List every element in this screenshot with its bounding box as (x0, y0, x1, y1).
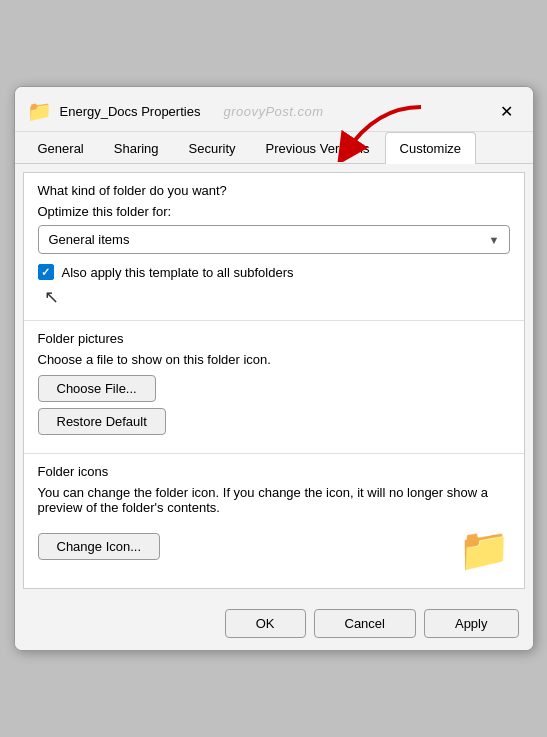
window-title: Energy_Docs Properties (60, 104, 201, 119)
tab-security[interactable]: Security (174, 132, 251, 164)
cancel-button[interactable]: Cancel (314, 609, 416, 638)
optimize-dropdown[interactable]: General items Documents Music Pictures V… (38, 225, 510, 254)
folder-pictures-section: Folder pictures Choose a file to show on… (24, 321, 524, 454)
tab-sharing[interactable]: Sharing (99, 132, 174, 164)
subfolder-checkbox-label: Also apply this template to all subfolde… (62, 265, 294, 280)
optimize-section: What kind of folder do you want? Optimiz… (24, 173, 524, 321)
watermark: groovyPost.com (223, 104, 323, 119)
main-content: What kind of folder do you want? Optimiz… (23, 172, 525, 589)
optimize-subtitle: Optimize this folder for: (38, 204, 510, 219)
properties-window: 📁 Energy_Docs Properties groovyPost.com … (14, 86, 534, 651)
folder-icons-row: Change Icon... 📁 (38, 525, 510, 574)
folder-pictures-description: Choose a file to show on this folder ico… (38, 352, 510, 367)
optimize-dropdown-wrapper: General items Documents Music Pictures V… (38, 225, 510, 254)
optimize-section-title: What kind of folder do you want? (38, 183, 510, 198)
subfolder-checkbox-row: ✓ Also apply this template to all subfol… (38, 264, 510, 280)
folder-icons-description: You can change the folder icon. If you c… (38, 485, 510, 515)
apply-button[interactable]: Apply (424, 609, 519, 638)
tab-customize[interactable]: Customize (385, 132, 476, 164)
ok-button[interactable]: OK (225, 609, 306, 638)
folder-icons-title: Folder icons (38, 464, 510, 479)
checkmark-icon: ✓ (41, 266, 50, 279)
folder-pictures-title: Folder pictures (38, 331, 510, 346)
cursor-icon: ↖ (44, 287, 59, 307)
close-button[interactable]: ✕ (493, 97, 521, 125)
choose-file-button[interactable]: Choose File... (38, 375, 156, 402)
tab-bar: General Sharing Security Previous Versio… (15, 132, 533, 164)
title-bar: 📁 Energy_Docs Properties groovyPost.com … (15, 87, 533, 132)
folder-icons-section: Folder icons You can change the folder i… (24, 454, 524, 588)
restore-default-button[interactable]: Restore Default (38, 408, 166, 435)
change-icon-button[interactable]: Change Icon... (38, 533, 161, 560)
tab-general[interactable]: General (23, 132, 99, 164)
footer: OK Cancel Apply (15, 597, 533, 650)
subfolder-checkbox[interactable]: ✓ (38, 264, 54, 280)
window-icon: 📁 (27, 99, 52, 123)
folder-icon-preview: 📁 (458, 525, 510, 574)
tab-previous-versions[interactable]: Previous Versions (251, 132, 385, 164)
